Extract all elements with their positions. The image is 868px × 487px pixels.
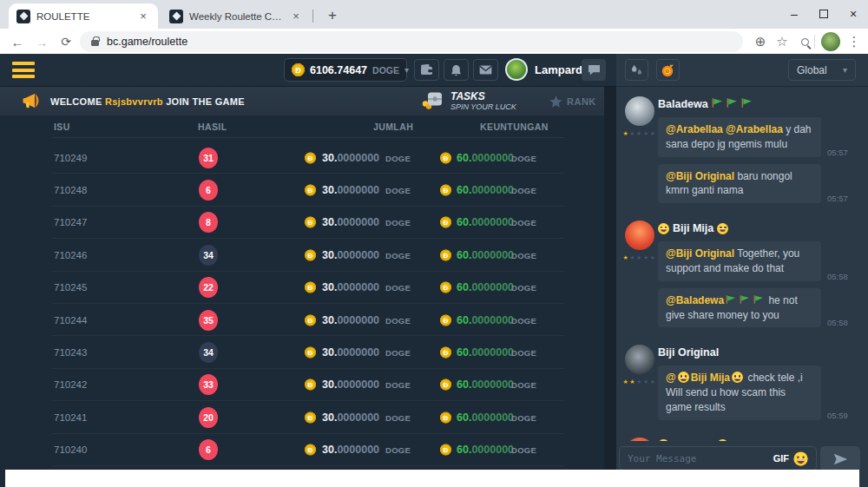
- chat-message-input[interactable]: [628, 453, 767, 464]
- bet-id: 710240: [54, 444, 87, 455]
- user-mention[interactable]: @Biji Original: [666, 247, 734, 260]
- bet-id: 710244: [54, 315, 87, 326]
- avatar[interactable]: [625, 345, 654, 374]
- forward-button[interactable]: →: [31, 31, 52, 52]
- bet-amount: 30.0000000: [322, 411, 379, 424]
- tasks-shortcut[interactable]: TASKS SPIN YOUR LUCK: [421, 90, 516, 111]
- rank-label: RANK: [567, 96, 596, 107]
- profit-amount-unit: DOGE: [511, 315, 536, 325]
- avatar[interactable]: [625, 438, 654, 441]
- profit-amount: 60.0000000: [457, 378, 514, 391]
- emoji-picker-icon[interactable]: [793, 451, 807, 465]
- chevron-down-icon: ▾: [404, 65, 409, 75]
- chat-input-box[interactable]: GIF: [619, 446, 817, 471]
- profit-amount: 60.0000000: [457, 184, 514, 196]
- user-mention[interactable]: @Biji Original: [666, 170, 734, 182]
- user-mention[interactable]: Biji Mija: [691, 372, 730, 384]
- profit-amount-unit: DOGE: [511, 218, 536, 227]
- toolbar-separator: [814, 35, 815, 49]
- chat-username[interactable]: Biji Mija: [658, 221, 860, 235]
- user-avatar: [505, 58, 528, 81]
- doge-coin-icon: Ð: [440, 444, 451, 456]
- window-close-button[interactable]: ×: [838, 0, 868, 28]
- doge-coin-icon: Ð: [440, 185, 451, 196]
- chat-toggle-button[interactable]: [582, 59, 606, 81]
- table-row[interactable]: 710240 6 Ð 30.0000000 DOGE Ð 60.0000000 …: [0, 434, 616, 466]
- user-mention[interactable]: @Arabellaa: [726, 123, 783, 135]
- chat-channel-selector[interactable]: Global ▾: [788, 59, 856, 81]
- table-row[interactable]: 710248 6 Ð 30.0000000 DOGE Ð 60.0000000 …: [0, 174, 616, 206]
- browser-tab-challenge[interactable]: Weekly Roulette Challenge - Win ×: [161, 3, 311, 29]
- profit-amount: 60.0000000: [457, 249, 514, 261]
- search-icon[interactable]: [794, 31, 815, 52]
- wallet-button[interactable]: [414, 59, 439, 81]
- site-favicon: [169, 10, 183, 23]
- table-row[interactable]: 710244 35 Ð 30.0000000 DOGE Ð 60.0000000…: [0, 304, 616, 336]
- tab-close-icon[interactable]: ×: [136, 10, 150, 23]
- bet-amount: 30.0000000: [322, 152, 379, 164]
- grin-emoji: [678, 372, 689, 383]
- tasks-chest-icon: [421, 90, 444, 111]
- bet-id: 710246: [54, 250, 87, 260]
- profit-amount-unit: DOGE: [511, 348, 536, 358]
- doge-coin-icon: Ð: [305, 249, 316, 260]
- table-row[interactable]: 710241 20 Ð 30.0000000 DOGE Ð 60.0000000…: [0, 401, 616, 433]
- send-message-button[interactable]: [820, 446, 860, 471]
- balance-selector[interactable]: Ð 6106.74647 DOGE ▾: [284, 58, 407, 82]
- rank-shortcut[interactable]: RANK: [549, 95, 596, 108]
- rain-button[interactable]: [625, 59, 648, 81]
- bookmark-star-icon[interactable]: ☆: [772, 31, 792, 52]
- table-row[interactable]: 710249 31 Ð 30.0000000 DOGE Ð 60.0000000…: [0, 141, 616, 174]
- back-button[interactable]: ←: [7, 31, 28, 52]
- column-jumlah: JUMLAH: [373, 122, 413, 132]
- user-menu[interactable]: Lampard ▾: [505, 58, 594, 81]
- table-row[interactable]: 710246 34 Ð 30.0000000 DOGE Ð 60.0000000…: [0, 239, 616, 271]
- notifications-button[interactable]: [444, 59, 469, 81]
- bell-icon: [450, 64, 462, 76]
- maximize-icon: [819, 10, 828, 18]
- tab-close-icon[interactable]: ×: [289, 10, 303, 23]
- profit-amount-unit: DOGE: [511, 380, 536, 390]
- window-maximize-button[interactable]: [809, 0, 838, 28]
- menu-hamburger-icon[interactable]: [12, 62, 35, 82]
- profit-amount: 60.0000000: [457, 411, 514, 424]
- table-row[interactable]: 710243 34 Ð 30.0000000 DOGE Ð 60.0000000…: [0, 336, 616, 368]
- browser-tab-roulette[interactable]: ROULETTE ×: [9, 3, 158, 29]
- bet-amount: 30.0000000: [322, 184, 379, 196]
- paper-plane-icon: [833, 453, 848, 465]
- chat-username[interactable]: Baladewa: [658, 97, 860, 111]
- user-mention[interactable]: @Arabellaa: [666, 123, 723, 135]
- chat-messages[interactable]: ★★★★★ Baladewa @Arabellaa @Arabellaa y d…: [616, 88, 868, 441]
- coin-drop-button[interactable]: Ð: [656, 59, 680, 81]
- table-row[interactable]: 710245 22 Ð 30.0000000 DOGE Ð 60.0000000…: [0, 272, 616, 304]
- user-rating: ★★★★★: [623, 254, 657, 261]
- reload-button[interactable]: ⟳: [56, 31, 76, 52]
- bets-table: 710249 31 Ð 30.0000000 DOGE Ð 60.0000000…: [0, 141, 616, 466]
- browser-menu-icon[interactable]: ⋮: [844, 31, 865, 52]
- table-row[interactable]: 710242 33 Ð 30.0000000 DOGE Ð 60.0000000…: [0, 369, 616, 401]
- fireball-coin-icon: Ð: [661, 63, 675, 77]
- grin-emoji: [717, 223, 728, 234]
- zoom-page-icon[interactable]: ⊕: [750, 31, 771, 52]
- chat-username[interactable]: Biji Mija: [658, 438, 860, 441]
- window-minimize-button[interactable]: –: [779, 0, 809, 28]
- avatar[interactable]: [625, 96, 654, 126]
- user-mention[interactable]: @Baladewa: [666, 294, 724, 306]
- user-mention[interactable]: @: [666, 372, 676, 384]
- new-tab-button[interactable]: +: [321, 4, 344, 27]
- profit-amount-unit: DOGE: [511, 412, 536, 422]
- chat-username[interactable]: Biji Original: [658, 346, 860, 359]
- address-bar[interactable]: bc.game/roulette: [80, 31, 743, 52]
- avatar[interactable]: [625, 220, 654, 250]
- table-header-divider: [52, 137, 564, 138]
- balance-amount: 6106.74647: [310, 64, 367, 76]
- messages-button[interactable]: [473, 59, 498, 81]
- profit-amount: 60.0000000: [457, 216, 514, 228]
- chat-scroll-gutter[interactable]: [604, 87, 616, 487]
- site-favicon: [16, 10, 30, 23]
- browser-toolbar: ← → ⟳ bc.game/roulette ⊕ ☆ ⋮: [0, 29, 868, 54]
- gif-button[interactable]: GIF: [773, 453, 789, 464]
- table-row[interactable]: 710247 8 Ð 30.0000000 DOGE Ð 60.0000000 …: [0, 207, 616, 239]
- browser-profile-avatar[interactable]: [821, 32, 840, 51]
- bet-amount-unit: DOGE: [385, 380, 411, 390]
